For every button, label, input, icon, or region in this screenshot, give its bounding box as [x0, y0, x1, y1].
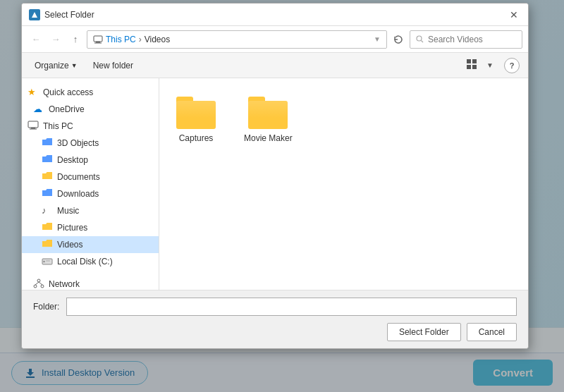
footer-buttons: Select Folder Cancel: [33, 323, 517, 341]
organize-button[interactable]: Organize ▼: [30, 59, 82, 73]
dialog-app-icon: [29, 9, 40, 20]
svg-rect-4: [94, 42, 102, 43]
nav-pictures[interactable]: Pictures: [22, 219, 159, 236]
select-folder-button[interactable]: Select Folder: [387, 323, 461, 341]
pictures-label: Pictures: [57, 223, 87, 233]
breadcrumb-videos: Videos: [145, 35, 170, 44]
refresh-button[interactable]: [390, 31, 407, 48]
organize-dropdown-icon: ▼: [71, 62, 78, 69]
desktop-label: Desktop: [57, 155, 88, 165]
view-dropdown-button[interactable]: ▼: [482, 57, 498, 74]
folder-label-text: Folder:: [33, 302, 59, 312]
breadcrumb-sep1: ›: [139, 35, 142, 44]
cancel-button[interactable]: Cancel: [467, 323, 517, 341]
back-button[interactable]: ←: [27, 31, 44, 48]
svg-line-20: [35, 282, 39, 285]
star-icon: ★: [27, 87, 39, 98]
folder-pictures-icon: [42, 222, 53, 233]
dialog-overlay: Select Folder ✕ ← → ↑ This PC › Videos ▼: [0, 0, 564, 392]
dialog-title: Select Folder: [44, 10, 503, 20]
folder-downloads-icon: [42, 188, 53, 200]
this-pc-item[interactable]: This PC: [22, 118, 159, 135]
folder-captures[interactable]: Captures: [171, 90, 221, 149]
svg-point-17: [37, 279, 40, 282]
help-button[interactable]: ?: [504, 58, 520, 73]
content-panel: Captures Movie Maker: [159, 78, 528, 290]
refresh-icon: [393, 35, 403, 44]
select-folder-label: Select Folder: [399, 327, 449, 337]
forward-button[interactable]: →: [47, 31, 64, 48]
downloads-label: Downloads: [57, 189, 99, 199]
nav-panel: ★ Quick access ☁ OneDrive Thi: [22, 78, 159, 290]
svg-marker-1: [32, 12, 37, 18]
new-folder-button[interactable]: New folder: [87, 59, 139, 73]
view-toggle-button[interactable]: [463, 57, 480, 74]
music-label: Music: [57, 206, 79, 216]
nav-downloads[interactable]: Downloads: [22, 185, 159, 202]
network-label: Network: [49, 279, 80, 289]
nav-desktop[interactable]: Desktop: [22, 152, 159, 169]
folder-input-row: Folder:: [33, 298, 517, 316]
cancel-label: Cancel: [479, 327, 505, 337]
folder-captures-icon: [176, 95, 216, 129]
folder-movie-maker[interactable]: Movie Maker: [238, 90, 298, 149]
search-box[interactable]: [410, 30, 522, 49]
select-folder-dialog: Select Folder ✕ ← → ↑ This PC › Videos ▼: [21, 3, 529, 349]
nav-music[interactable]: ♪ Music: [22, 202, 159, 219]
pc-icon: [93, 35, 103, 44]
folder-captures-label: Captures: [179, 133, 214, 143]
search-icon: [416, 35, 424, 43]
svg-rect-2: [94, 36, 102, 42]
svg-line-21: [39, 282, 42, 285]
organize-label: Organize: [35, 61, 69, 71]
svg-rect-12: [31, 128, 35, 129]
folder-desktop-icon: [42, 154, 53, 166]
3d-objects-label: 3D Objects: [57, 138, 99, 148]
this-pc-label: This PC: [43, 121, 73, 131]
folder-movie-maker-label: Movie Maker: [244, 133, 293, 143]
up-button[interactable]: ↑: [67, 31, 84, 48]
documents-label: Documents: [57, 172, 100, 182]
folder-3d-icon: [42, 137, 53, 149]
svg-rect-10: [472, 65, 477, 69]
breadcrumb-dropdown-icon[interactable]: ▼: [374, 35, 381, 43]
breadcrumb-bar: This PC › Videos ▼: [87, 30, 387, 49]
svg-rect-7: [467, 59, 471, 63]
search-input[interactable]: [428, 35, 505, 44]
local-disk-label: Local Disk (C:): [57, 257, 113, 267]
svg-rect-3: [96, 42, 100, 43]
quick-access-item[interactable]: ★ Quick access: [22, 84, 159, 101]
cloud-icon: ☁: [33, 104, 44, 115]
svg-line-6: [422, 41, 424, 43]
nav-documents[interactable]: Documents: [22, 169, 159, 185]
svg-rect-13: [30, 129, 37, 130]
breadcrumb-this-pc[interactable]: This PC: [106, 35, 136, 44]
folder-videos-icon: [42, 239, 53, 250]
dialog-titlebar: Select Folder ✕: [22, 4, 528, 26]
folder-input[interactable]: [66, 298, 517, 316]
quick-access-label: Quick access: [43, 87, 93, 97]
view-buttons: ▼: [463, 57, 498, 74]
network-icon: [33, 278, 44, 290]
nav-network[interactable]: Network: [22, 276, 159, 290]
close-button[interactable]: ✕: [507, 8, 521, 22]
nav-toolbar: ← → ↑ This PC › Videos ▼: [22, 26, 528, 53]
nav-3d-objects[interactable]: 3D Objects: [22, 135, 159, 152]
onedrive-label: OneDrive: [49, 104, 85, 114]
organize-toolbar: Organize ▼ New folder ▼ ?: [22, 53, 528, 78]
svg-point-18: [34, 285, 37, 288]
svg-rect-9: [467, 65, 471, 69]
svg-point-19: [41, 285, 44, 288]
folder-documents-icon: [42, 171, 53, 183]
svg-point-15: [43, 261, 44, 262]
new-folder-label: New folder: [93, 61, 133, 71]
svg-point-5: [417, 36, 422, 41]
dialog-main: ★ Quick access ☁ OneDrive Thi: [22, 78, 528, 290]
nav-local-disk[interactable]: Local Disk (C:): [22, 253, 159, 270]
nav-videos[interactable]: Videos: [22, 236, 159, 253]
disk-icon: [42, 256, 53, 267]
music-icon: ♪: [42, 205, 53, 216]
svg-rect-11: [28, 121, 38, 128]
onedrive-item[interactable]: ☁ OneDrive: [22, 101, 159, 118]
svg-rect-8: [472, 59, 477, 63]
